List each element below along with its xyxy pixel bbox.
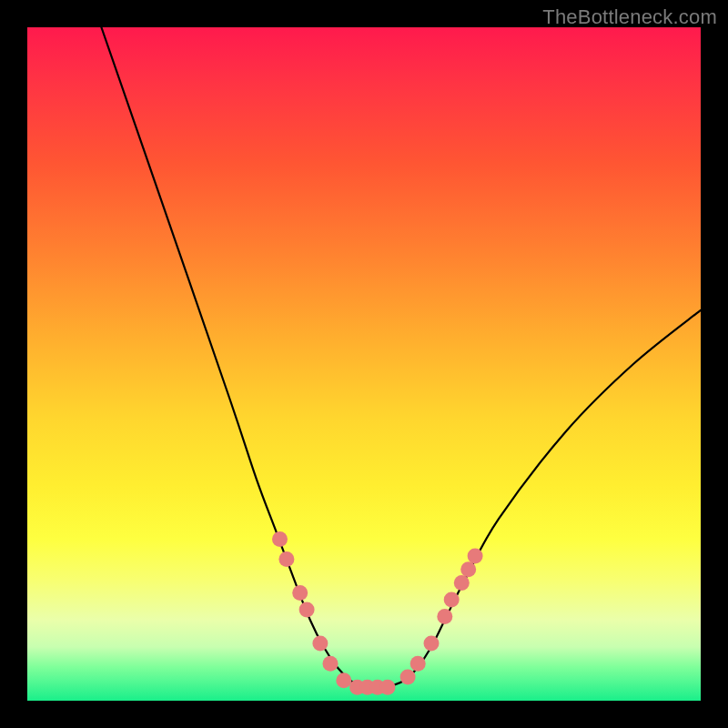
highlight-dot [292,585,308,601]
highlight-dot [272,531,288,547]
watermark-text: TheBottleneck.com [542,5,717,29]
plot-area [27,27,701,701]
highlight-dot [424,636,440,652]
highlight-dot [444,592,460,608]
bottleneck-curve [101,27,701,688]
highlight-dot [460,561,476,577]
highlight-dots [272,531,483,695]
highlight-dot [336,672,351,688]
chart-svg [27,27,701,701]
highlight-dot [379,680,395,695]
highlight-dot [278,551,294,567]
chart-frame: TheBottleneck.com [0,0,728,728]
highlight-dot [410,656,426,672]
highlight-dot [312,636,328,652]
highlight-dot [437,609,452,624]
highlight-dot [454,575,470,591]
highlight-dot [299,602,315,618]
highlight-dot [323,656,339,672]
highlight-dot [400,670,416,685]
highlight-dot [468,548,483,563]
